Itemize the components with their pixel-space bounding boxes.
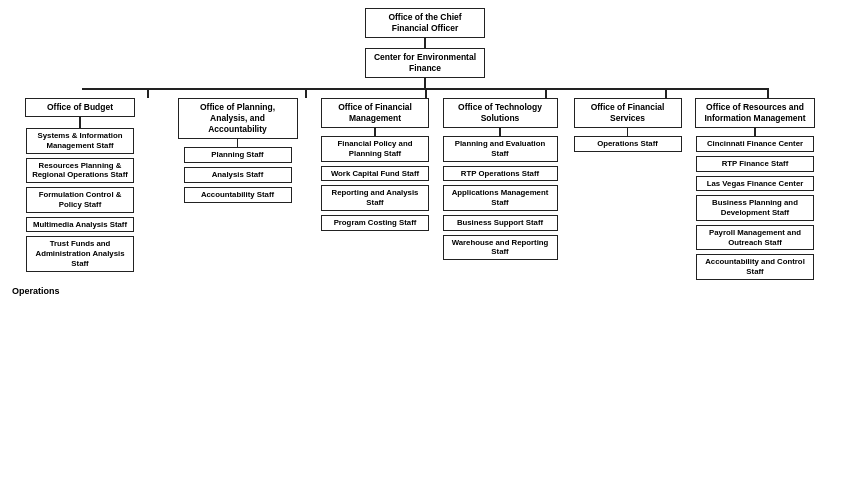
staff-accountability-control: Accountability and Control Staff xyxy=(696,254,814,279)
staff-rtp-finance: RTP Finance Staff xyxy=(696,156,814,172)
planning-node: Office of Planning, Analysis, and Accoun… xyxy=(178,98,298,139)
staff-program-costing: Program Costing Staff xyxy=(321,215,429,231)
staff-trust: Trust Funds and Administration Analysis … xyxy=(26,236,134,271)
org-chart: Office of the Chief Financial Officer Ce… xyxy=(0,0,850,304)
tech-node: Office of Technology Solutions xyxy=(443,98,558,128)
staff-fin-policy: Financial Policy and Planning Staff xyxy=(321,136,429,161)
staff-rtp-ops: RTP Operations Staff xyxy=(443,166,558,182)
staff-accountability: Accountability Staff xyxy=(184,187,292,203)
staff-planning: Planning Staff xyxy=(184,147,292,163)
root-node: Office of the Chief Financial Officer xyxy=(365,8,485,38)
l1-node: Center for Environmental Finance xyxy=(365,48,485,78)
staff-warehouse: Warehouse and Reporting Staff xyxy=(443,235,558,260)
staff-planning-eval: Planning and Evaluation Staff xyxy=(443,136,558,161)
staff-operations: Operations Staff xyxy=(574,136,682,152)
staff-systems: Systems & Information Management Staff xyxy=(26,128,134,153)
fin-services-node: Office of Financial Services xyxy=(574,98,682,128)
operations-label: Operations xyxy=(12,286,60,296)
staff-work-capital: Work Capital Fund Staff xyxy=(321,166,429,182)
staff-formulation: Formulation Control & Policy Staff xyxy=(26,187,134,212)
staff-cincinnati: Cincinnati Finance Center xyxy=(696,136,814,152)
staff-biz-planning: Business Planning and Development Staff xyxy=(696,195,814,220)
staff-apps-mgmt: Applications Management Staff xyxy=(443,185,558,210)
fin-mgmt-node: Office of Financial Management xyxy=(321,98,429,128)
staff-payroll: Payroll Management and Outreach Staff xyxy=(696,225,814,250)
staff-multimedia: Multimedia Analysis Staff xyxy=(26,217,134,233)
resources-node: Office of Resources and Information Mana… xyxy=(695,98,815,128)
budget-node: Office of Budget xyxy=(25,98,135,117)
staff-analysis: Analysis Staff xyxy=(184,167,292,183)
staff-las-vegas: Las Vegas Finance Center xyxy=(696,176,814,192)
staff-biz-support: Business Support Staff xyxy=(443,215,558,231)
staff-resources-planning: Resources Planning & Regional Operations… xyxy=(26,158,134,183)
staff-reporting: Reporting and Analysis Staff xyxy=(321,185,429,210)
